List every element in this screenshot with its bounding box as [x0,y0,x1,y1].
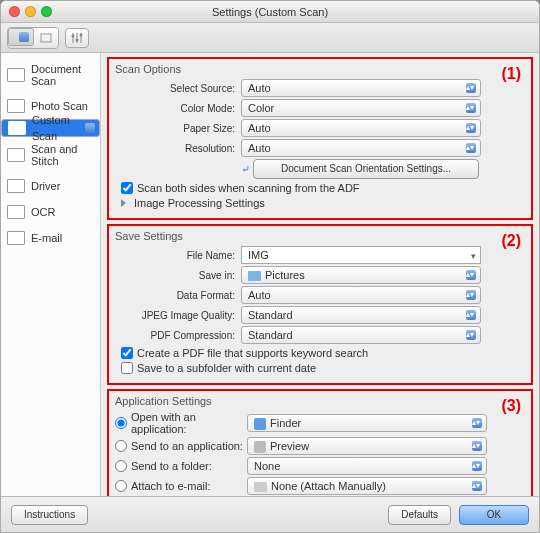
checkbox-label: Save to a subfolder with current date [137,362,316,374]
sidebar-item-label: Document Scan [31,63,94,87]
resolution-label: Resolution: [115,143,241,154]
window-controls [9,6,52,17]
section-number: (2) [501,232,521,250]
send-to-app-select[interactable]: Preview▴▾ [247,437,487,455]
attach-email-select[interactable]: None (Attach Manually)▴▾ [247,477,487,495]
image-processing-disclosure[interactable]: Image Processing Settings [121,197,525,209]
color-mode-select[interactable]: Color▴▾ [241,99,481,117]
select-source-label: Select Source: [115,83,241,94]
sidebar-item-custom-scan[interactable]: Custom Scan [1,119,100,137]
scan-both-sides-checkbox[interactable]: Scan both sides when scanning from the A… [121,182,525,194]
footer: Instructions Defaults OK [1,496,539,532]
photo-scan-icon [7,99,25,113]
application-settings-section: (3) Application Settings Open with an ap… [107,389,533,496]
sidebar-item-label: OCR [31,206,55,218]
toolbar-settings-icon[interactable] [65,28,89,48]
file-name-label: File Name: [115,250,241,261]
sidebar-item-label: Photo Scan [31,100,88,112]
sidebar-item-document-scan[interactable]: Document Scan [1,57,100,93]
sidebar-item-label: Scan and Stitch [31,143,94,167]
folder-icon [248,271,261,281]
svg-rect-2 [41,34,51,42]
pdf-compression-select[interactable]: Standard▴▾ [241,326,481,344]
scan-options-section: (1) Scan Options Select Source:Auto▴▾ Co… [107,57,533,220]
sidebar-item-email[interactable]: E-mail [1,225,100,251]
ocr-icon [7,205,25,219]
sidebar: Document Scan Photo Scan Custom Scan Sca… [1,53,101,496]
titlebar: Settings (Custom Scan) [1,1,539,23]
save-settings-section: (2) Save Settings File Name:IMG Save in:… [107,224,533,385]
tab-from-computer-icon[interactable] [8,28,34,46]
minimize-icon[interactable] [25,6,36,17]
document-scan-icon [7,68,25,82]
zoom-icon[interactable] [41,6,52,17]
paper-size-select[interactable]: Auto▴▾ [241,119,481,137]
custom-scan-icon [8,121,26,135]
pdf-compression-label: PDF Compression: [115,330,241,341]
checkbox-label: Create a PDF file that supports keyword … [137,347,368,359]
subfolder-date-checkbox[interactable]: Save to a subfolder with current date [121,362,525,374]
color-mode-label: Color Mode: [115,103,241,114]
disclosure-label: Image Processing Settings [134,197,265,209]
section-title: Application Settings [115,395,525,407]
sidebar-item-label: Custom Scan [32,112,81,144]
section-title: Save Settings [115,230,525,242]
sidebar-item-ocr[interactable]: OCR [1,199,100,225]
sidebar-item-driver[interactable]: Driver [1,173,100,199]
finder-icon [254,418,266,430]
pdf-keyword-checkbox[interactable]: Create a PDF file that supports keyword … [121,347,525,359]
radio-label: Open with an application: [131,411,247,435]
svg-point-6 [72,34,75,37]
driver-icon [7,179,25,193]
svg-point-7 [76,38,79,41]
sidebar-item-label: Driver [31,180,60,192]
send-to-folder-radio[interactable]: Send to a folder: [115,460,247,472]
settings-window: Settings (Custom Scan) Document Scan Pho… [0,0,540,533]
attach-email-radio[interactable]: Attach to e-mail: [115,480,247,492]
tab-from-panel-icon[interactable] [34,28,58,48]
data-format-label: Data Format: [115,290,241,301]
send-to-app-radio[interactable]: Send to an application: [115,440,247,452]
disclosure-triangle-icon [121,199,126,207]
data-format-select[interactable]: Auto▴▾ [241,286,481,304]
file-name-input[interactable]: IMG [241,246,481,264]
section-number: (1) [501,65,521,83]
jpeg-quality-label: JPEG Image Quality: [115,310,241,321]
scan-and-stitch-icon [7,148,25,162]
save-in-label: Save in: [115,270,241,281]
toolbar-segment [7,27,59,49]
send-to-folder-select[interactable]: None▴▾ [247,457,487,475]
section-number: (3) [501,397,521,415]
radio-label: Send to an application: [131,440,243,452]
instructions-button[interactable]: Instructions [11,505,88,525]
mail-icon [254,482,267,492]
checkbox-label: Scan both sides when scanning from the A… [137,182,360,194]
open-with-app-radio[interactable]: Open with an application: [115,411,247,435]
window-title: Settings (Custom Scan) [212,6,328,18]
preview-icon [254,441,266,453]
defaults-button[interactable]: Defaults [388,505,451,525]
toolbar [1,23,539,53]
radio-label: Attach to e-mail: [131,480,210,492]
close-icon[interactable] [9,6,20,17]
email-icon [7,231,25,245]
open-with-app-select[interactable]: Finder▴▾ [247,414,487,432]
orientation-settings-button[interactable]: Document Scan Orientation Settings... [253,159,479,179]
return-icon: ⤶ [241,163,250,176]
radio-label: Send to a folder: [131,460,212,472]
section-title: Scan Options [115,63,525,75]
save-in-select[interactable]: Pictures▴▾ [241,266,481,284]
select-source-select[interactable]: Auto▴▾ [241,79,481,97]
svg-point-8 [80,33,83,36]
content-pane: (1) Scan Options Select Source:Auto▴▾ Co… [101,53,539,496]
paper-size-label: Paper Size: [115,123,241,134]
ok-button[interactable]: OK [459,505,529,525]
jpeg-quality-select[interactable]: Standard▴▾ [241,306,481,324]
sidebar-item-label: E-mail [31,232,62,244]
resolution-select[interactable]: Auto▴▾ [241,139,481,157]
